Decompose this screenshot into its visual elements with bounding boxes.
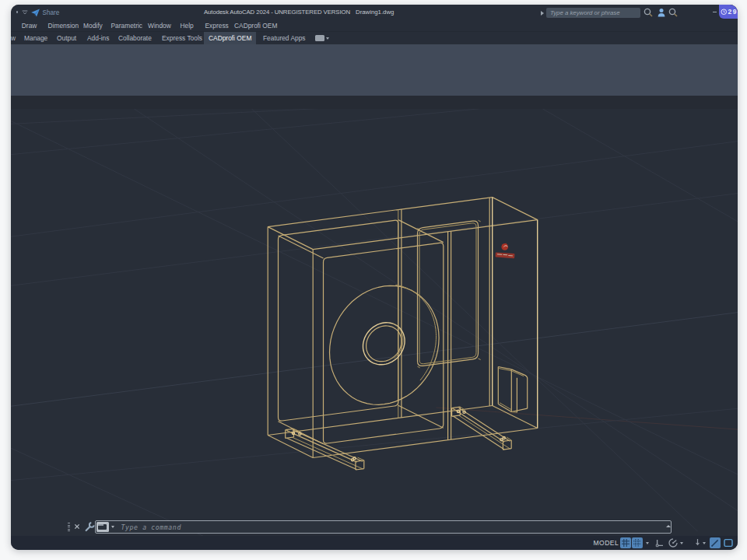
close-icon[interactable]: [73, 523, 81, 530]
tab-featured-apps[interactable]: Featured Apps: [258, 32, 310, 44]
grid-icon: [620, 537, 631, 548]
drawing-canvas[interactable]: Type a command: [11, 109, 738, 536]
share-paper-plane-icon: [30, 8, 40, 18]
command-line-row: Type a command: [65, 520, 680, 537]
file-tab-band: [11, 96, 738, 109]
snap-mode-button[interactable]: [632, 537, 643, 548]
chevron-down-icon: [111, 526, 114, 528]
search-placeholder: Type a keyword or phrase: [550, 9, 620, 16]
command-placeholder: Type a command: [121, 523, 181, 531]
quick-access-overflow-icon[interactable]: [21, 8, 29, 16]
autocad-window: Share Autodesk AutoCAD 2024 - UNREGISTER…: [11, 5, 738, 551]
app-title: Autodesk AutoCAD 2024 - UNREGISTERED VER…: [204, 5, 350, 21]
menu-express[interactable]: Express: [205, 20, 229, 32]
wrench-icon[interactable]: [85, 522, 95, 532]
annotation-button[interactable]: [710, 537, 721, 548]
command-input[interactable]: Type a command: [95, 520, 672, 534]
tab-express-tools[interactable]: Express Tools: [157, 32, 207, 44]
ortho-mode-icon[interactable]: [654, 537, 665, 548]
pencil-icon: [710, 537, 721, 548]
menu-draw[interactable]: Draw: [22, 20, 37, 32]
help-search-icon[interactable]: [668, 7, 679, 18]
ground-grid: [11, 109, 738, 536]
tab-manage[interactable]: Manage: [19, 32, 52, 44]
snap-grid-icon: [632, 537, 643, 548]
command-grip-handle[interactable]: [68, 523, 70, 533]
model-space-label[interactable]: MODEL: [594, 536, 619, 550]
share-label: Share: [43, 9, 60, 16]
viewport-3d: [11, 109, 738, 536]
menu-dimension[interactable]: Dimension: [48, 20, 79, 32]
osnap-options-caret-icon[interactable]: [703, 542, 706, 544]
status-bar: MODEL: [11, 536, 738, 550]
wireframe-model: [268, 198, 538, 470]
menu-window[interactable]: Window: [148, 20, 171, 32]
graphics-monitor-icon[interactable]: [723, 537, 734, 548]
search-expand-icon[interactable]: [539, 10, 545, 16]
ribbon-pane-icon: [315, 35, 324, 41]
session-timer-badge: 29: [719, 5, 738, 19]
command-history-up-icon[interactable]: [666, 525, 671, 527]
search-icon[interactable]: [643, 7, 654, 18]
brand-logo: [495, 243, 514, 258]
tab-output[interactable]: Output: [52, 32, 81, 44]
command-prompt-icon: [96, 522, 109, 533]
ribbon-tab-row: w ManageOutputAdd-insCollaborateExpress …: [11, 32, 738, 44]
menu-cadprofi-oem[interactable]: CADprofi OEM: [234, 20, 277, 32]
search-input[interactable]: Type a keyword or phrase: [546, 8, 640, 19]
tab-collaborate[interactable]: Collaborate: [114, 32, 156, 44]
object-snap-icon[interactable]: [694, 537, 701, 548]
menu-bar: DrawDimensionModifyParametricWindowHelpE…: [11, 20, 738, 32]
ribbon-collapse-button[interactable]: [315, 35, 332, 43]
sign-in-user-icon[interactable]: [656, 7, 667, 18]
tab-view-clipped[interactable]: w: [11, 32, 16, 44]
menu-modify[interactable]: Modify: [83, 20, 103, 32]
share-button[interactable]: Share: [30, 6, 60, 19]
tab-add-ins[interactable]: Add-ins: [82, 32, 114, 44]
quick-access-dot-icon: [16, 11, 19, 13]
grid-display-button[interactable]: [620, 537, 631, 548]
drawing-name: Drawing1.dwg: [356, 5, 394, 21]
clock-icon: [721, 7, 728, 17]
title-bar: Share Autodesk AutoCAD 2024 - UNREGISTER…: [11, 5, 738, 21]
snap-options-caret-icon[interactable]: [646, 542, 649, 544]
menu-parametric[interactable]: Parametric: [111, 20, 143, 32]
session-timer-value: 29: [728, 8, 738, 16]
menu-help[interactable]: Help: [181, 20, 194, 32]
minimize-dash-icon[interactable]: [713, 12, 717, 13]
polar-options-caret-icon[interactable]: [680, 542, 683, 544]
ribbon-panel: [11, 44, 738, 96]
polar-tracking-icon[interactable]: [668, 537, 679, 548]
chevron-down-icon: [326, 37, 329, 40]
tab-cadprofi-oem[interactable]: CADprofi OEM: [204, 32, 256, 44]
